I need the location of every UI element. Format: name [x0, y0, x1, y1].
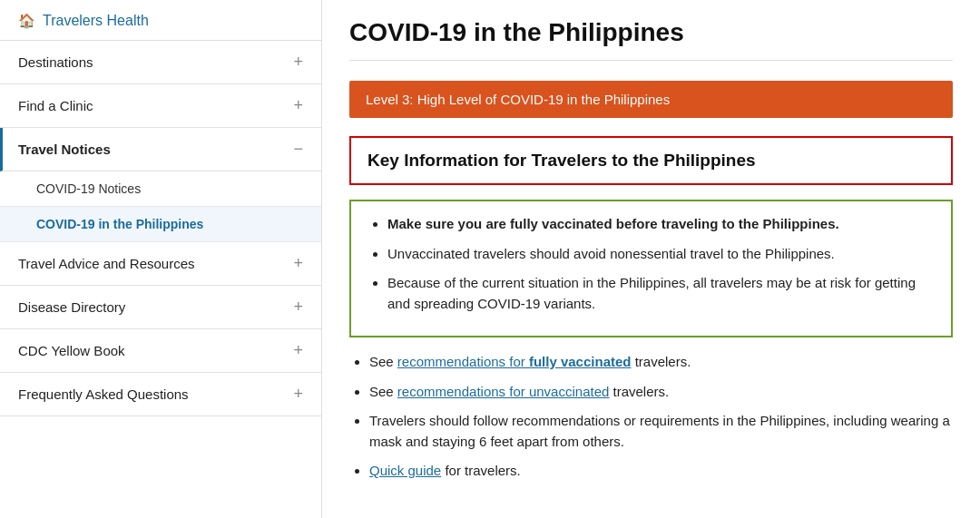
- sidebar-item-travel-notices[interactable]: Travel Notices −: [0, 128, 321, 171]
- page-title: COVID-19 in the Philippines: [349, 18, 953, 61]
- list-item: See recommendations for fully vaccinated…: [369, 352, 953, 373]
- list-item: Because of the current situation in the …: [387, 273, 935, 314]
- expand-icon: +: [293, 254, 303, 273]
- sidebar-subitem-label: COVID-19 Notices: [36, 181, 141, 196]
- sidebar-item-label: Disease Directory: [18, 299, 125, 315]
- sidebar-item-label: Travel Notices: [18, 142, 111, 157]
- home-icon: 🏠: [18, 13, 35, 29]
- list-item: Travelers should follow recommendations …: [369, 411, 953, 452]
- sidebar-subitem-covid-notices[interactable]: COVID-19 Notices: [0, 171, 321, 207]
- sidebar-item-find-clinic[interactable]: Find a Clinic +: [0, 84, 321, 128]
- expand-icon: +: [293, 341, 303, 360]
- sidebar-subitems-travel-notices: COVID-19 Notices COVID-19 in the Philipp…: [0, 171, 321, 242]
- sidebar-home[interactable]: 🏠 Travelers Health: [0, 0, 321, 41]
- key-info-title: Key Information for Travelers to the Phi…: [368, 151, 935, 171]
- expand-icon: +: [293, 96, 303, 115]
- sidebar-item-label: Destinations: [18, 54, 93, 70]
- list-item: Unvaccinated travelers should avoid none…: [387, 244, 935, 265]
- bullet-text-suffix: travelers.: [631, 354, 691, 369]
- expand-icon: +: [293, 298, 303, 317]
- key-info-box: Key Information for Travelers to the Phi…: [349, 136, 953, 185]
- sidebar-item-cdc-yellow-book[interactable]: CDC Yellow Book +: [0, 329, 321, 373]
- bullet-text-prefix: See: [369, 384, 397, 399]
- sidebar-item-faq[interactable]: Frequently Asked Questions +: [0, 373, 321, 416]
- sidebar-subitem-label: COVID-19 in the Philippines: [36, 217, 203, 231]
- list-item: See recommendations for unvaccinated tra…: [369, 382, 953, 403]
- bullet-text: Because of the current situation in the …: [387, 275, 916, 311]
- list-item: Make sure you are fully vaccinated befor…: [387, 214, 935, 235]
- bullet-text: Travelers should follow recommendations …: [369, 413, 950, 449]
- outer-bullet-list: See recommendations for fully vaccinated…: [349, 352, 953, 482]
- bullet-text: Unvaccinated travelers should avoid none…: [387, 246, 835, 261]
- sidebar-subitem-covid-philippines[interactable]: COVID-19 in the Philippines: [0, 207, 321, 242]
- bullet-text-suffix: travelers.: [609, 384, 669, 399]
- bullet-text-suffix: for travelers.: [441, 463, 521, 478]
- sidebar-item-label: Find a Clinic: [18, 98, 93, 113]
- sidebar-item-travel-advice[interactable]: Travel Advice and Resources +: [0, 242, 321, 286]
- sidebar: 🏠 Travelers Health Destinations + Find a…: [0, 0, 322, 518]
- fully-vaccinated-link[interactable]: recommendations for fully vaccinated: [397, 354, 632, 369]
- list-item: Quick guide for travelers.: [369, 461, 953, 482]
- sidebar-home-label: Travelers Health: [43, 13, 149, 29]
- bullet-text-prefix: See: [369, 354, 397, 369]
- sidebar-item-label: Travel Advice and Resources: [18, 256, 195, 271]
- sidebar-item-label: CDC Yellow Book: [18, 343, 125, 358]
- expand-icon: +: [293, 53, 303, 72]
- alert-banner: Level 3: High Level of COVID-19 in the P…: [349, 81, 953, 118]
- quick-guide-link[interactable]: Quick guide: [369, 463, 441, 478]
- main-content: COVID-19 in the Philippines Level 3: Hig…: [322, 0, 980, 518]
- sidebar-item-destinations[interactable]: Destinations +: [0, 41, 321, 84]
- expand-icon: +: [293, 385, 303, 404]
- collapse-icon: −: [293, 140, 303, 159]
- unvaccinated-link[interactable]: recommendations for unvaccinated: [397, 384, 609, 399]
- green-info-box: Make sure you are fully vaccinated befor…: [349, 200, 953, 337]
- green-bullet-list: Make sure you are fully vaccinated befor…: [368, 214, 935, 314]
- bullet-bold: Make sure you are fully vaccinated befor…: [387, 216, 839, 231]
- sidebar-item-disease-directory[interactable]: Disease Directory +: [0, 286, 321, 329]
- sidebar-item-label: Frequently Asked Questions: [18, 386, 189, 402]
